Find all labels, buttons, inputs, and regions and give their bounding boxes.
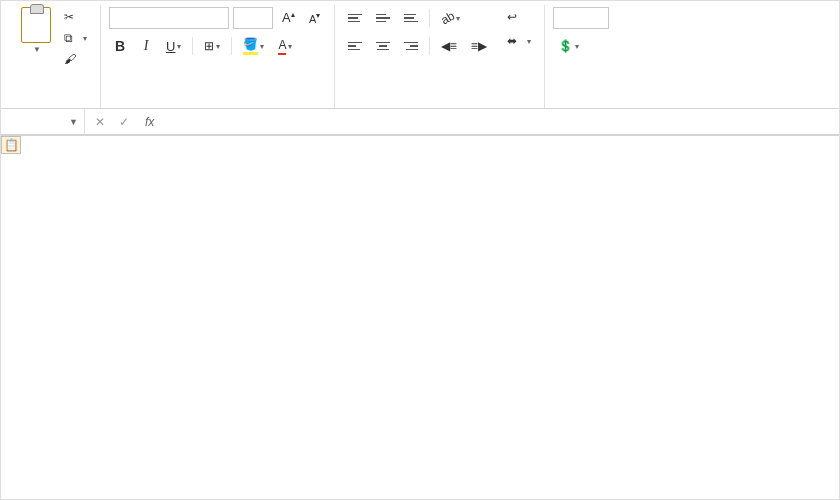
- wrap-icon: ↩: [507, 10, 517, 24]
- align-right-button[interactable]: [399, 35, 423, 57]
- format-painter-button[interactable]: 🖌: [59, 49, 92, 69]
- paste-options-button[interactable]: 📋: [1, 136, 21, 154]
- align-top-button[interactable]: [343, 7, 367, 29]
- decrease-font-button[interactable]: A▾: [304, 7, 326, 29]
- alignment-group: ab▾ ◀≡ ≡▶ ↩ ⬌ ▾: [335, 5, 545, 108]
- cancel-formula-button[interactable]: ✕: [89, 111, 111, 133]
- name-box-dropdown[interactable]: ▼: [63, 117, 84, 127]
- fill-color-button[interactable]: 🪣▾: [238, 35, 269, 57]
- borders-button[interactable]: ⊞▾: [199, 35, 225, 57]
- brush-icon: 🖌: [64, 52, 76, 66]
- increase-font-button[interactable]: A▴: [277, 7, 300, 29]
- increase-indent-button[interactable]: ≡▶: [466, 35, 492, 57]
- enter-formula-button[interactable]: ✓: [113, 111, 135, 133]
- bold-button[interactable]: B: [109, 35, 131, 57]
- font-name-combo[interactable]: [109, 7, 229, 29]
- font-group: A▴ A▾ B I U▾ ⊞▾ 🪣▾ A▾: [101, 5, 335, 108]
- paste-button[interactable]: ▼: [17, 5, 55, 56]
- name-box[interactable]: [1, 109, 63, 134]
- decrease-indent-button[interactable]: ◀≡: [436, 35, 462, 57]
- cut-button[interactable]: ✂: [59, 7, 92, 27]
- chevron-down-icon: ▼: [33, 45, 41, 54]
- fx-icon[interactable]: fx: [139, 115, 160, 129]
- bucket-icon: 🪣: [243, 37, 258, 55]
- copy-icon: ⧉: [64, 31, 73, 45]
- italic-button[interactable]: I: [135, 35, 157, 57]
- number-format-combo[interactable]: [553, 7, 609, 29]
- align-center-button[interactable]: [371, 35, 395, 57]
- font-size-combo[interactable]: [233, 7, 273, 29]
- clipboard-group: ▼ ✂ ⧉ ▾ 🖌: [9, 5, 101, 108]
- ribbon: ▼ ✂ ⧉ ▾ 🖌: [1, 1, 839, 109]
- align-middle-button[interactable]: [371, 7, 395, 29]
- underline-button[interactable]: U▾: [161, 35, 186, 57]
- rotate-icon: ab: [438, 9, 457, 28]
- scissors-icon: ✂: [64, 10, 74, 24]
- chevron-down-icon: ▾: [83, 34, 87, 43]
- formula-input[interactable]: [160, 109, 839, 134]
- number-group: 💲▾: [545, 5, 617, 108]
- align-left-button[interactable]: [343, 35, 367, 57]
- merge-icon: ⬌: [507, 34, 517, 48]
- font-color-icon: A: [278, 38, 286, 55]
- merge-center-button[interactable]: ⬌ ▾: [502, 31, 536, 51]
- spreadsheet-grid: 📋: [1, 135, 839, 500]
- border-icon: ⊞: [204, 39, 214, 53]
- accounting-format-button[interactable]: 💲▾: [553, 35, 584, 57]
- wrap-text-button[interactable]: ↩: [502, 7, 536, 27]
- formula-bar: ▼ ✕ ✓ fx: [1, 109, 839, 135]
- orientation-button[interactable]: ab▾: [436, 7, 465, 29]
- font-color-button[interactable]: A▾: [273, 35, 297, 57]
- clipboard-icon: [21, 7, 51, 43]
- copy-button[interactable]: ⧉ ▾: [59, 28, 92, 48]
- align-bottom-button[interactable]: [399, 7, 423, 29]
